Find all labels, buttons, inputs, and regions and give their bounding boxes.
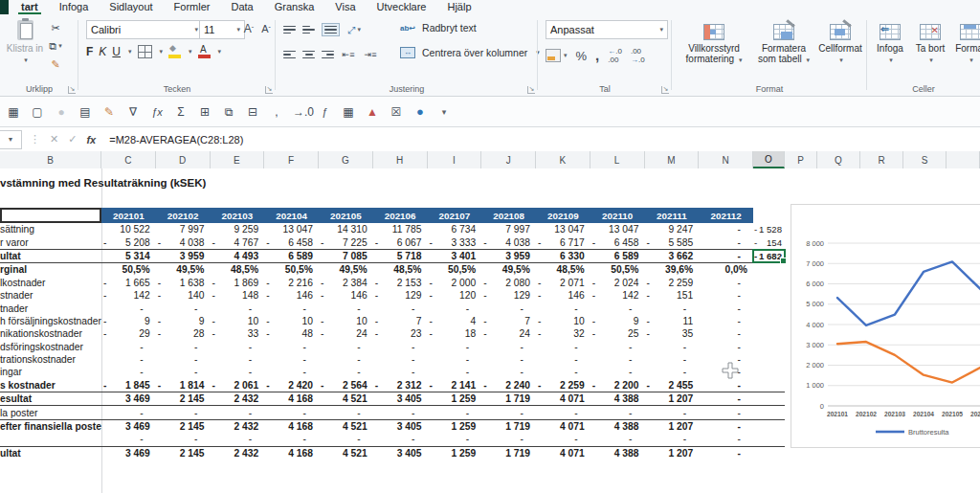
cell[interactable]: -2 564: [319, 379, 373, 392]
cell[interactable]: 4 388: [590, 420, 645, 433]
cell[interactable]: 6 589: [590, 250, 645, 262]
cell[interactable]: -2 259: [536, 379, 590, 392]
cell[interactable]: -: [319, 302, 373, 314]
cell[interactable]: 13 047: [264, 223, 319, 235]
cell[interactable]: -2 061: [211, 379, 265, 392]
cell[interactable]: [753, 366, 785, 378]
cell[interactable]: -: [319, 433, 373, 445]
cell[interactable]: 1 207: [645, 447, 700, 459]
cell[interactable]: 6 734: [428, 223, 482, 235]
row-label[interactable]: tnader: [0, 302, 101, 314]
cell[interactable]: [753, 315, 785, 327]
column-header-O[interactable]: O: [753, 151, 785, 168]
cell[interactable]: -1 845: [101, 379, 156, 392]
header-o-cell[interactable]: [753, 208, 785, 223]
cell[interactable]: -: [645, 353, 700, 366]
cell[interactable]: 0,0%: [699, 263, 753, 276]
font-color-icon[interactable]: [198, 46, 211, 58]
cell[interactable]: -7: [373, 315, 428, 327]
cell[interactable]: -2 216: [264, 277, 319, 289]
row-label[interactable]: lkostnader: [0, 277, 101, 289]
cell[interactable]: -: [428, 302, 482, 314]
cell[interactable]: 7 085: [319, 250, 373, 262]
cell[interactable]: -2 384: [319, 277, 373, 289]
cell[interactable]: -: [156, 302, 211, 314]
cell[interactable]: -: [645, 341, 700, 353]
autosum-icon[interactable]: Σ: [173, 105, 189, 119]
cell[interactable]: -10: [319, 315, 373, 327]
align-right-icon[interactable]: [322, 51, 334, 58]
cell[interactable]: 14 310: [319, 223, 373, 235]
file-menu-stub[interactable]: [0, 0, 9, 14]
cell[interactable]: -: [101, 366, 156, 378]
column-header-C[interactable]: C: [101, 151, 156, 168]
cell[interactable]: 4 071: [536, 420, 590, 433]
cell[interactable]: -129: [481, 289, 536, 302]
cell[interactable]: -: [428, 406, 482, 418]
cell[interactable]: 2 145: [156, 420, 211, 433]
cell[interactable]: -: [211, 366, 265, 378]
cell[interactable]: 3 401: [428, 250, 482, 262]
ribbon-tab-formler[interactable]: Formler: [164, 0, 221, 14]
cell[interactable]: -1 528: [753, 223, 785, 235]
cell[interactable]: 5 314: [101, 250, 156, 262]
cell[interactable]: -: [699, 341, 753, 353]
cell[interactable]: -: [536, 353, 590, 366]
cell[interactable]: [753, 447, 785, 459]
cell[interactable]: 13 047: [590, 223, 645, 235]
cell[interactable]: -1 869: [211, 277, 265, 289]
cell[interactable]: -: [428, 341, 482, 353]
header-b-cell[interactable]: [0, 208, 101, 223]
cell[interactable]: -: [373, 433, 428, 445]
column-header-P[interactable]: P: [785, 151, 817, 168]
cell[interactable]: -10: [264, 315, 319, 327]
row-label[interactable]: trationskostnader: [0, 353, 101, 366]
cell[interactable]: -11: [645, 315, 700, 327]
font-name-select[interactable]: Calibri▾: [86, 20, 203, 39]
month-header[interactable]: 202101: [101, 208, 156, 223]
cell[interactable]: [753, 327, 785, 340]
cell[interactable]: 2 145: [156, 392, 211, 405]
cell[interactable]: -6 717: [536, 235, 590, 248]
font-size-select[interactable]: 11▾: [199, 20, 245, 39]
cell[interactable]: -: [536, 406, 590, 418]
bold-button[interactable]: F: [86, 45, 93, 58]
ribbon-tab-tart[interactable]: tart: [11, 0, 49, 14]
cell[interactable]: -: [481, 433, 536, 445]
ribbon-tab-infoga[interactable]: Infoga: [49, 0, 100, 14]
cell[interactable]: -2 312: [373, 379, 428, 392]
delete-cells-icon[interactable]: ⊟: [245, 105, 260, 119]
cell[interactable]: -5 208: [101, 235, 156, 248]
column-header-S[interactable]: S: [903, 151, 947, 168]
chevron-down-icon[interactable]: ▾: [218, 48, 222, 56]
ribbon-tab-data[interactable]: Data: [220, 0, 263, 14]
center-across-button[interactable]: ↔ Centrera över kolumner ▾: [400, 47, 540, 58]
formula-input[interactable]: =M28-AVERAGEA(C28:L28): [109, 134, 243, 146]
insert-function-icon[interactable]: fx: [86, 134, 96, 146]
cell[interactable]: -9: [156, 315, 211, 327]
wrap-text-button[interactable]: ab↩ Radbryt text: [400, 22, 477, 34]
new-sheet-icon[interactable]: ▢: [30, 105, 45, 119]
column-header-K[interactable]: K: [536, 151, 590, 168]
row-label[interactable]: sättning: [0, 223, 101, 235]
cell[interactable]: -10: [536, 315, 590, 327]
column-header-partial[interactable]: [947, 151, 980, 168]
error-check-icon[interactable]: ▲: [365, 105, 380, 119]
cell[interactable]: -: [699, 277, 753, 289]
cancel-entry-icon[interactable]: ✕: [50, 133, 58, 146]
row-label[interactable]: stnader: [0, 289, 101, 302]
cell[interactable]: -: [536, 341, 590, 353]
cell[interactable]: -: [590, 433, 645, 445]
cell[interactable]: -: [101, 353, 156, 366]
month-header[interactable]: 202108: [481, 208, 536, 223]
month-header[interactable]: 202102: [156, 208, 211, 223]
cell[interactable]: [753, 289, 785, 302]
cell[interactable]: -: [319, 353, 373, 366]
cell[interactable]: -: [156, 433, 211, 445]
format-as-table-button[interactable]: Formatera som tabell ▾: [752, 24, 815, 65]
cell[interactable]: -: [319, 366, 373, 378]
cell[interactable]: -: [645, 302, 700, 314]
cell[interactable]: -4: [428, 315, 482, 327]
cell[interactable]: -148: [211, 289, 265, 302]
cell[interactable]: -146: [264, 289, 319, 302]
